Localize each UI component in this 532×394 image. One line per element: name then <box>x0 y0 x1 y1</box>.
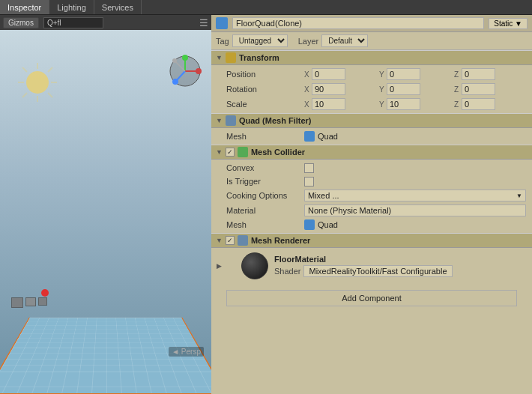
mesh-collider-icon <box>238 147 248 157</box>
tag-select[interactable]: Untagged <box>232 34 288 47</box>
red-marker <box>41 289 49 297</box>
tag-label: Tag <box>216 37 229 46</box>
cooking-options-value: Mixed ... <box>308 191 339 200</box>
svg-point-10 <box>182 55 188 61</box>
svg-point-12 <box>196 68 202 74</box>
mesh-collider-section: ▼ ✓ Mesh Collider Convex Is Trigger <box>211 145 532 233</box>
collider-material-value: None (Physic Material) <box>308 206 391 215</box>
material-preview-sphere <box>241 252 268 279</box>
mesh-filter-icon <box>226 115 236 126</box>
collider-material-label: Material <box>226 206 301 215</box>
mesh-renderer-title: Mesh Renderer <box>251 236 310 245</box>
convex-checkbox[interactable] <box>304 163 314 173</box>
scale-label: Scale <box>226 100 301 109</box>
collider-material-row: Material None (Physic Material) <box>211 203 532 218</box>
scale-row: Scale X Y Z <box>211 97 532 112</box>
shader-label: Shader <box>274 267 300 276</box>
transform-section: ▼ Transform Position X Y <box>211 50 532 113</box>
pos-z-input[interactable] <box>462 68 495 80</box>
collider-mesh-icon <box>304 219 315 230</box>
transform-body: Position X Y Z <box>211 65 532 113</box>
tag-layer-row: Tag Untagged Layer Default <box>211 32 532 50</box>
add-component-row: Add Component <box>211 284 532 312</box>
cooking-options-row: Cooking Options Mixed ... ▼ <box>211 188 532 203</box>
rot-z-input[interactable] <box>462 83 495 95</box>
mesh-filter-mesh-label: Mesh <box>226 132 301 141</box>
shader-value-button[interactable]: MixedRealityToolkit/Fast Configurable <box>303 265 452 277</box>
pos-x-input[interactable] <box>312 68 345 80</box>
svg-point-16 <box>172 58 177 63</box>
layer-label: Layer <box>298 37 319 46</box>
mesh-filter-mesh-value: Quad <box>304 131 526 142</box>
material-preview-row: ▶ FloorMaterial Shader MixedRealityToolk… <box>211 248 532 284</box>
svg-line-4 <box>22 67 27 72</box>
collider-mesh-value: Quad <box>304 219 526 230</box>
collider-mesh-row: Mesh Quad <box>211 218 532 231</box>
scale-z-label: Z <box>454 100 460 109</box>
tab-services[interactable]: Services <box>94 0 142 14</box>
mesh-renderer-section: ▼ ✓ Mesh Renderer ▶ FloorMaterial Shader… <box>211 233 532 284</box>
pos-y-input[interactable] <box>387 68 420 80</box>
svg-line-5 <box>48 93 52 97</box>
is-trigger-label: Is Trigger <box>226 177 301 186</box>
transform-header[interactable]: ▼ Transform <box>211 50 532 65</box>
mesh-renderer-arrow: ▼ <box>216 237 223 244</box>
scale-x-input[interactable] <box>312 98 345 110</box>
mesh-filter-mesh-text: Quad <box>318 132 338 141</box>
mesh-renderer-header[interactable]: ▼ ✓ Mesh Renderer <box>211 233 532 248</box>
rot-y-input[interactable] <box>387 83 420 95</box>
scale-z-input[interactable] <box>462 98 495 110</box>
viewport-menu-icon[interactable]: ☰ <box>199 17 208 28</box>
search-input[interactable] <box>43 17 103 28</box>
pos-y-label: Y <box>379 70 385 79</box>
mesh-collider-arrow: ▼ <box>216 148 223 156</box>
scale-y-input[interactable] <box>387 98 420 110</box>
is-trigger-row: Is Trigger <box>211 175 532 188</box>
material-info: FloorMaterial Shader MixedRealityToolkit… <box>274 252 532 280</box>
convex-row: Convex <box>211 161 532 175</box>
scale-x-label: X <box>304 100 310 109</box>
rot-y-label: Y <box>379 85 385 94</box>
mesh-filter-section: ▼ Quad (Mesh Filter) Mesh Quad <box>211 113 532 145</box>
scale-inputs: X Y Z <box>304 98 526 110</box>
layer-select[interactable]: Default <box>321 34 368 47</box>
persp-label: ◄ Persp <box>169 347 204 357</box>
mesh-filter-mesh-row: Mesh Quad <box>211 130 532 143</box>
mesh-collider-title: Mesh Collider <box>251 148 305 157</box>
mesh-filter-body: Mesh Quad <box>211 128 532 145</box>
position-inputs: X Y Z <box>304 68 526 80</box>
rotation-inputs: X Y Z <box>304 83 526 95</box>
mesh-collider-header[interactable]: ▼ ✓ Mesh Collider <box>211 145 532 160</box>
sun-rays-icon <box>15 60 60 105</box>
cooking-options-dropdown[interactable]: Mixed ... ▼ <box>304 190 526 201</box>
tab-inspector[interactable]: Inspector <box>0 0 49 14</box>
collider-material-dropdown[interactable]: None (Physic Material) <box>304 204 526 216</box>
mesh-collider-enable-checkbox[interactable]: ✓ <box>226 148 235 157</box>
rotation-label: Rotation <box>226 85 301 94</box>
object-name-input[interactable] <box>232 17 484 29</box>
sun-decoration <box>15 60 60 105</box>
scale-y-label: Y <box>379 100 385 109</box>
shader-row: Shader MixedRealityToolkit/Fast Configur… <box>274 265 532 277</box>
inspector-header: Static ▼ <box>211 15 532 32</box>
scene-objects <box>11 297 47 308</box>
gizmos-button[interactable]: Gizmos <box>3 17 39 28</box>
tab-lighting[interactable]: Lighting <box>49 0 94 14</box>
collider-mesh-text: Quad <box>318 220 338 229</box>
static-button[interactable]: Static ▼ <box>489 18 528 29</box>
rot-x-input[interactable] <box>312 83 345 95</box>
pos-x-label: X <box>304 70 310 79</box>
position-label: Position <box>226 70 301 79</box>
rotation-row: Rotation X Y Z <box>211 82 532 97</box>
mesh-filter-header[interactable]: ▼ Quad (Mesh Filter) <box>211 113 532 128</box>
cooking-options-chevron: ▼ <box>516 193 522 199</box>
object-icon <box>216 17 228 29</box>
is-trigger-checkbox[interactable] <box>304 177 314 187</box>
add-component-button[interactable]: Add Component <box>226 290 517 306</box>
mesh-renderer-enable-checkbox[interactable]: ✓ <box>226 236 235 245</box>
mesh-filter-arrow: ▼ <box>216 117 223 124</box>
mesh-collider-checkbox-tick: ✓ <box>227 149 233 156</box>
material-expand-arrow[interactable]: ▶ <box>211 262 226 270</box>
svg-point-14 <box>172 79 178 85</box>
mesh-collider-body: Convex Is Trigger Cooking Options <box>211 160 532 233</box>
